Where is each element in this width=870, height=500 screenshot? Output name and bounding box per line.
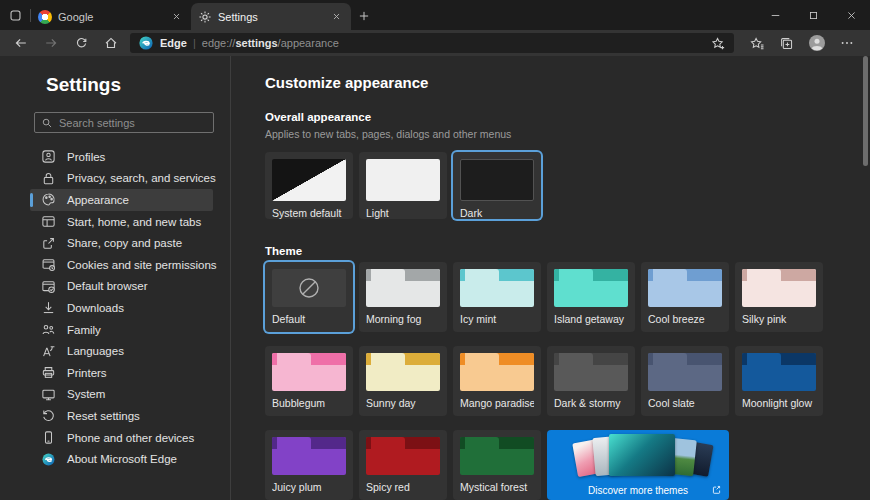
sidebar-item-appearance[interactable]: Appearance (30, 189, 213, 211)
sidebar-item-family[interactable]: Family (30, 319, 213, 341)
sidebar-item-label: Downloads (67, 302, 124, 314)
theme-tab-swatch (465, 353, 499, 365)
theme-cool-breeze[interactable]: Cool breeze (641, 262, 729, 332)
sidebar-item-languages[interactable]: Languages (30, 340, 213, 362)
sidebar-item-system[interactable]: System (30, 384, 213, 406)
theme-sunny-day[interactable]: Sunny day (359, 346, 447, 416)
address-divider: | (193, 37, 196, 49)
theme-tab-swatch (371, 353, 405, 365)
theme-morning-fog[interactable]: Morning fog (359, 262, 447, 332)
tab-actions-button[interactable] (0, 0, 30, 30)
avatar[interactable] (808, 34, 826, 52)
theme-cool-slate[interactable]: Cool slate (641, 346, 729, 416)
theme-mango-paradise[interactable]: Mango paradise (453, 346, 541, 416)
theme-dark-stormy[interactable]: Dark & stormy (547, 346, 635, 416)
maximize-button[interactable] (794, 0, 832, 30)
theme-label: Silky pink (742, 313, 816, 325)
sidebar-item-about-microsoft-edge[interactable]: About Microsoft Edge (30, 448, 213, 470)
sidebar-item-label: Default browser (67, 280, 148, 292)
appearance-option-light[interactable]: Light (359, 152, 447, 219)
close-tab-icon[interactable] (168, 9, 184, 25)
sidebar-item-phone-and-other-devices[interactable]: Phone and other devices (30, 427, 213, 449)
sidebar-item-privacy-search-and-services[interactable]: Privacy, search, and services (30, 168, 213, 190)
theme-silky-pink[interactable]: Silky pink (735, 262, 823, 332)
theme-label: Moonlight glow (742, 397, 816, 409)
theme-label: Sunny day (366, 397, 440, 409)
sidebar-nav: ProfilesPrivacy, search, and servicesApp… (30, 146, 213, 470)
theme-preview (648, 269, 722, 307)
refresh-button[interactable] (68, 32, 94, 54)
forward-icon (44, 36, 58, 50)
appearance-option-dark[interactable]: Dark (453, 152, 541, 219)
theme-default[interactable]: Default (265, 262, 353, 332)
theme-preview (554, 269, 628, 307)
theme-preview (460, 437, 534, 475)
search-settings-box[interactable] (34, 112, 214, 133)
theme-bubblegum[interactable]: Bubblegum (265, 346, 353, 416)
sidebar-item-label: Start, home, and new tabs (67, 216, 201, 228)
edge-logo-icon (138, 35, 154, 51)
sidebar-item-downloads[interactable]: Downloads (30, 297, 213, 319)
theme-tab-swatch (559, 353, 593, 365)
theme-mystical-forest[interactable]: Mystical forest (453, 430, 541, 500)
add-favorite-icon[interactable] (711, 36, 726, 51)
appearance-option-system-default[interactable]: System default (265, 152, 353, 219)
collections-icon[interactable] (779, 36, 794, 51)
theme-juicy-plum[interactable]: Juicy plum (265, 430, 353, 500)
theme-preview (366, 437, 440, 475)
minimize-icon (770, 10, 781, 21)
theme-preview (366, 353, 440, 391)
sidebar-item-share-copy-and-paste[interactable]: Share, copy and paste (30, 232, 213, 254)
tab-google[interactable]: Google (31, 3, 191, 30)
theme-label: Default (272, 313, 346, 325)
favorites-icon[interactable] (750, 36, 765, 51)
theme-spicy-red[interactable]: Spicy red (359, 430, 447, 500)
theme-icy-mint[interactable]: Icy mint (453, 262, 541, 332)
sidebar-item-printers[interactable]: Printers (30, 362, 213, 384)
discover-more-themes-banner[interactable]: Discover more themes (547, 430, 729, 500)
address-bar[interactable]: Edge | edge://settings/appearance (130, 33, 734, 53)
toolbar-right (750, 34, 854, 52)
sidebar-item-label: Profiles (67, 151, 105, 163)
theme-preview (366, 269, 440, 307)
refresh-icon (75, 37, 88, 50)
home-button[interactable] (98, 32, 124, 54)
printer-icon (41, 365, 56, 380)
theme-preview (272, 437, 346, 475)
option-label: System default (272, 207, 346, 219)
cookie-icon (41, 257, 56, 272)
sidebar-item-cookies-and-site-permissions[interactable]: Cookies and site permissions (30, 254, 213, 276)
sidebar-item-reset-settings[interactable]: Reset settings (30, 405, 213, 427)
forward-button[interactable] (38, 32, 64, 54)
theme-preview (272, 269, 346, 307)
new-tab-button[interactable] (351, 3, 377, 29)
sidebar-item-default-browser[interactable]: Default browser (30, 276, 213, 298)
sidebar-item-profiles[interactable]: Profiles (30, 146, 213, 168)
minimize-button[interactable] (756, 0, 794, 30)
theme-moonlight-glow[interactable]: Moonlight glow (735, 346, 823, 416)
overall-appearance-caption: Applies to new tabs, pages, dialogs and … (265, 128, 870, 140)
tab-settings[interactable]: Settings (191, 3, 351, 30)
theme-island-getaway[interactable]: Island getaway (547, 262, 635, 332)
theme-preview (742, 353, 816, 391)
close-tab-icon[interactable] (328, 9, 344, 25)
theme-thumbnail (609, 434, 675, 476)
back-button[interactable] (8, 32, 34, 54)
search-settings-input[interactable] (59, 117, 207, 129)
theme-preview (460, 353, 534, 391)
theme-label: Dark & stormy (554, 397, 628, 409)
dark-appearance-preview (460, 159, 534, 201)
url-text: edge://settings/appearance (202, 37, 339, 49)
settings-menu-icon[interactable] (840, 36, 854, 50)
sidebar-item-label: Cookies and site permissions (67, 259, 217, 271)
theme-tab-swatch (653, 269, 687, 281)
sidebar-item-label: Privacy, search, and services (67, 172, 216, 184)
sidebar-title: Settings (46, 74, 230, 96)
sidebar-item-start-home-and-new-tabs[interactable]: Start, home, and new tabs (30, 211, 213, 233)
vertical-scrollbar[interactable] (863, 56, 868, 500)
theme-tab-swatch (747, 269, 781, 281)
maximize-icon (808, 10, 819, 21)
theme-tab-swatch (371, 269, 405, 281)
scrollbar-thumb[interactable] (863, 56, 868, 166)
close-window-button[interactable] (832, 0, 870, 30)
